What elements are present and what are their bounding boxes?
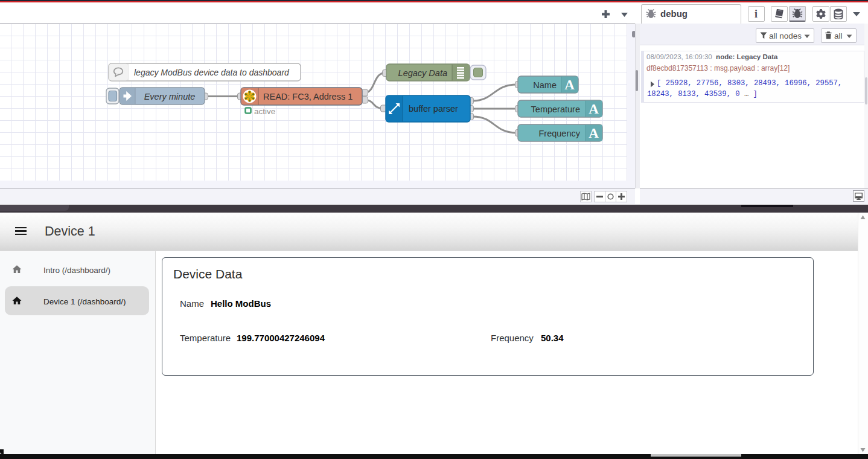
svg-text:active: active [254, 107, 275, 116]
svg-text:legacy ModBus device data to d: legacy ModBus device data to dashboard [134, 68, 290, 77]
svg-text:Legacy Data: Legacy Data [398, 68, 447, 78]
svg-text:Every minute: Every minute [144, 92, 196, 101]
svg-text:buffer parser: buffer parser [409, 104, 458, 114]
svg-text:A: A [589, 126, 599, 141]
svg-text:Name: Name [533, 80, 557, 90]
svg-text:A: A [589, 101, 599, 117]
svg-text:Temperature: Temperature [531, 104, 580, 114]
svg-text:A: A [564, 77, 575, 92]
svg-text:Frequency: Frequency [538, 129, 580, 138]
svg-text:READ: FC3, Address 1: READ: FC3, Address 1 [263, 92, 353, 101]
